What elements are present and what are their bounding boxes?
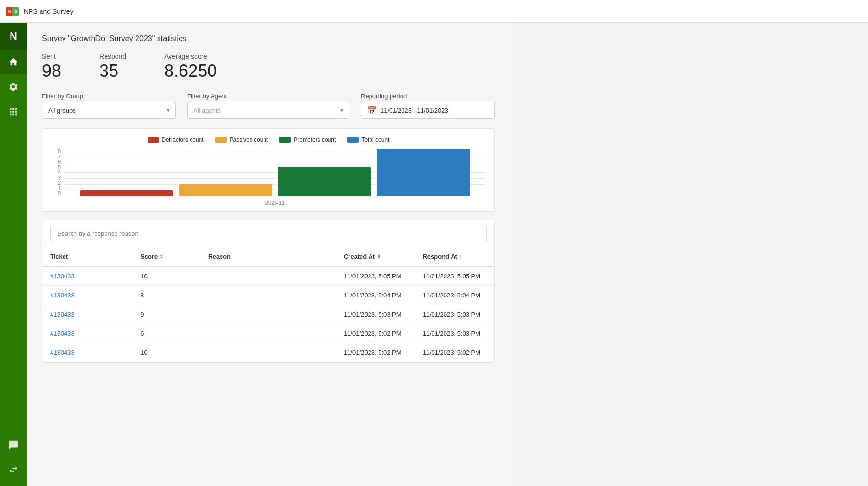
ticket-link[interactable]: #130433 [50,292,74,299]
apps-icon [8,106,19,117]
respond-at-cell: 11/01/2023, 5:04 PM [415,286,494,305]
respond-at-cell: 11/01/2023, 5:02 PM [415,343,494,362]
col-score[interactable]: Score⇕ [133,247,201,266]
respond-value: 35 [99,61,126,81]
stats-row: Sent 98 Respond 35 Average score 8.6250 [42,53,495,81]
legend-color-passives [215,137,227,143]
table-row: #130433 10 11/01/2023, 5:02 PM 11/01/202… [42,343,494,362]
reason-cell [201,324,336,343]
reason-cell [201,286,336,305]
chat-icon [8,440,19,450]
period-filter-label: Reporting period [361,93,495,100]
sidebar-item-home[interactable] [0,50,27,74]
respond-at-cell: 11/01/2023, 5:05 PM [415,266,494,286]
filters-row: Filter by Group All groups ▾ Filter by A… [42,93,495,119]
table-row: #130433 9 11/01/2023, 5:03 PM 11/01/2023… [42,305,494,324]
sort-icon-respond: ↑ [459,254,462,259]
table-row: #130433 6 11/01/2023, 5:02 PM 11/01/2023… [42,324,494,343]
table-section: Ticket Score⇕ Reason Created At⇕ Respond… [42,220,495,363]
reason-cell [201,266,336,286]
period-filter: Reporting period 📅 11/01/2023 - 11/01/20… [361,93,495,119]
table-row: #130433 10 11/01/2023, 5:05 PM 11/01/202… [42,266,494,286]
chart-section: Detractors count Passives count Promoter… [42,128,495,212]
legend-color-detractors [148,137,159,143]
transfer-icon [8,465,19,475]
col-reason: Reason [201,247,336,266]
ns-logo: N S [6,7,19,16]
score-cell: 8 [133,286,201,305]
score-cell: 10 [133,343,201,362]
avg-score-value: 8.6250 [164,61,217,81]
agent-select-value: All agents [193,107,221,114]
chevron-down-icon: ▾ [167,107,169,114]
sent-stat: Sent 98 [42,53,61,81]
score-cell: 6 [133,324,201,343]
ticket-link[interactable]: #130433 [50,273,74,280]
page-title: Survey "GrowthDot Survey 2023" statistic… [42,34,495,43]
legend-color-promoters [279,137,291,143]
bar-promoters [278,167,371,196]
legend-item-detractors: Detractors count [148,137,204,143]
x-axis-label: 2023-11 [64,200,487,206]
calendar-icon: 📅 [367,106,377,115]
sidebar: N [0,23,27,486]
created-at-cell: 11/01/2023, 5:02 PM [336,343,415,362]
ticket-link[interactable]: #130433 [50,311,74,318]
chart-legend: Detractors count Passives count Promoter… [50,137,487,143]
bar-passives [179,184,272,196]
ticket-link[interactable]: #130433 [50,330,74,337]
table-row: #130433 8 11/01/2023, 5:04 PM 11/01/2023… [42,286,494,305]
sidebar-item-apps[interactable] [0,99,27,124]
group-filter: Filter by Group All groups ▾ [42,93,176,119]
app-name: NPS and Survey [24,8,74,15]
ticket-link[interactable]: #130433 [50,349,74,356]
avg-score-label: Average score [164,53,217,60]
legend-item-passives: Passives count [215,137,268,143]
reason-cell [201,343,336,362]
gear-icon [8,82,19,92]
sort-icon-created: ⇕ [377,254,381,259]
bar-total [377,149,470,196]
avg-score-stat: Average score 8.6250 [164,53,217,81]
bar-detractors [80,190,173,196]
agent-select[interactable]: All agents ▾ [187,102,349,119]
reason-cell [201,305,336,324]
created-at-cell: 11/01/2023, 5:03 PM [336,305,415,324]
respond-label: Respond [99,53,126,60]
legend-item-promoters: Promoters count [279,137,336,143]
respond-at-cell: 11/01/2023, 5:03 PM [415,305,494,324]
respond-stat: Respond 35 [99,53,126,81]
score-cell: 10 [133,266,201,286]
col-ticket: Ticket [42,247,133,266]
col-created-at[interactable]: Created At⇕ [336,247,415,266]
agent-filter-label: Filter by Agent [187,93,349,100]
group-select[interactable]: All groups ▾ [42,102,176,119]
home-icon [8,57,19,67]
group-filter-label: Filter by Group [42,93,176,100]
sent-value: 98 [42,61,61,81]
sent-label: Sent [42,53,61,60]
legend-color-total [347,137,359,143]
search-input[interactable] [50,225,487,242]
score-cell: 9 [133,305,201,324]
created-at-cell: 11/01/2023, 5:04 PM [336,286,415,305]
created-at-cell: 11/01/2023, 5:02 PM [336,324,415,343]
y-label-0: 0 [50,191,61,196]
sort-icon-score: ⇕ [159,254,163,259]
created-at-cell: 11/01/2023, 5:05 PM [336,266,415,286]
date-picker[interactable]: 📅 11/01/2023 - 11/01/2023 [361,102,495,119]
sidebar-logo: N [0,23,27,50]
legend-item-total: Total count [347,137,389,143]
sidebar-item-chat[interactable] [0,433,27,457]
sidebar-item-settings[interactable] [0,74,27,99]
col-respond-at[interactable]: Respond At↑ [415,247,494,266]
chevron-down-icon-2: ▾ [340,107,343,114]
agent-filter: Filter by Agent All agents ▾ [187,93,349,119]
period-value: 11/01/2023 - 11/01/2023 [381,107,448,114]
sidebar-item-transfer[interactable] [0,457,27,482]
respond-at-cell: 11/01/2023, 5:03 PM [415,324,494,343]
group-select-value: All groups [48,107,76,114]
